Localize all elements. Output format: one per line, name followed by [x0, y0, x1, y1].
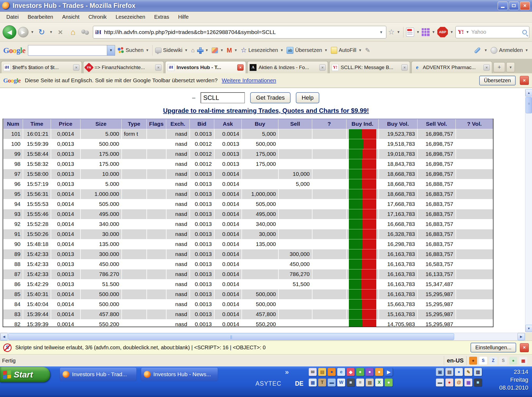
orange-app-icon[interactable]: ●	[375, 368, 383, 376]
tab-close-icon[interactable]: ×	[237, 64, 244, 71]
upgrade-link[interactable]: Upgrade to real-time streaming Trades, Q…	[0, 107, 532, 114]
google-suchen-button[interactable]: Suchen▼	[118, 47, 150, 54]
menu-bearbeiten[interactable]: Bearbeiten	[24, 13, 57, 21]
url-bar[interactable]: iH http://ih.advfn.com/p.php?pid=trades&…	[93, 26, 387, 38]
search-tray-icon[interactable]: ●	[455, 368, 463, 376]
camera-icon[interactable]: ●	[366, 368, 374, 376]
word-icon[interactable]: W	[337, 379, 345, 386]
menu-datei[interactable]: Datei	[3, 13, 22, 21]
taskbar-chevron-icon[interactable]: »	[285, 368, 289, 376]
gmail-button[interactable]: M▼	[227, 47, 238, 54]
minimize-button[interactable]	[498, 2, 508, 10]
play-icon[interactable]: ▶	[385, 368, 393, 376]
mixer-icon[interactable]: ▥	[366, 379, 374, 386]
tray-monitor-icon[interactable]: ■	[474, 379, 482, 386]
pagerank-icon[interactable]: ⌂	[191, 47, 194, 54]
reload-button[interactable]: ↻	[36, 27, 47, 37]
scrapbook-icon[interactable]	[406, 28, 414, 37]
menu-chronik[interactable]: Chronik	[85, 13, 110, 21]
reload-dropdown-icon[interactable]: ▼	[49, 30, 53, 34]
abp-dropdown-icon[interactable]: ▼	[449, 30, 454, 34]
taskbar-button-news[interactable]: Investors Hub - News...	[141, 367, 218, 381]
tab-close-icon[interactable]: ×	[401, 64, 408, 71]
tab-aktien-indizes[interactable]: A Aktien & Indizes - Fo... ×	[247, 61, 328, 73]
extension-grid-icon[interactable]	[422, 28, 430, 36]
help-button[interactable]: Help	[296, 92, 319, 103]
restore-button[interactable]	[509, 2, 519, 10]
translate-page-button[interactable]: Übersetzen	[479, 76, 516, 85]
media-icon[interactable]: ◆	[347, 368, 355, 376]
noscript-close-icon[interactable]: ×	[520, 343, 529, 352]
locale-indicator[interactable]: en-US	[444, 356, 466, 365]
yahoo-search-placeholder[interactable]: Yahoo	[471, 29, 521, 35]
url-dropdown-icon[interactable]: ▼	[378, 30, 384, 34]
devices-icon[interactable]: ▤	[445, 368, 453, 376]
tab-scll-message-board[interactable]: Y! SCLL.PK: Message B... ×	[329, 61, 410, 73]
tab-list-dropdown-icon[interactable]: ▼	[506, 62, 515, 72]
noscript-status-icon[interactable]: S	[479, 357, 487, 365]
photos-button[interactable]: ▼	[212, 47, 224, 53]
get-trades-button[interactable]: Get Trades	[250, 92, 291, 103]
net-icon[interactable]: ▥	[474, 368, 482, 376]
stop-button[interactable]: ×	[55, 28, 66, 37]
noscript-icon[interactable]: S	[3, 343, 12, 352]
sidewiki-status-icon[interactable]: ●	[509, 357, 517, 365]
back-button[interactable]: ◀	[3, 25, 16, 39]
tab-finanznachrichten[interactable]: FN => FinanzNachrichte... ×	[83, 61, 164, 73]
home-button[interactable]: ⌂	[68, 28, 79, 37]
noscript-settings-button[interactable]: Einstellungen...	[471, 343, 516, 352]
google-bookmarks-button[interactable]: ☆ Lesezeichen▼	[241, 46, 284, 54]
tab-close-icon[interactable]: ×	[155, 64, 162, 71]
yahoo-search-box[interactable]: Y! ▼ Yahoo	[455, 26, 529, 38]
google-signin-button[interactable]: Anmelden▼	[491, 47, 529, 54]
grid-dropdown-icon[interactable]: ▼	[431, 30, 436, 34]
excel-icon[interactable]: X	[375, 379, 383, 386]
search-icon[interactable]	[522, 30, 527, 35]
horizontal-scroll-thumb[interactable]	[8, 333, 454, 340]
grid-app-icon[interactable]: ▦	[309, 379, 317, 386]
new-tab-button[interactable]: +	[493, 62, 505, 72]
tab-close-icon[interactable]: ×	[319, 64, 326, 71]
more-info-link[interactable]: Weitere Informationen	[222, 77, 276, 84]
lock-icon[interactable]: ●	[385, 379, 393, 386]
blocked-content-icon[interactable]: S	[499, 357, 507, 365]
scroll-up-icon[interactable]: ▲	[525, 89, 532, 96]
sidewiki-button[interactable]: Sidewiki▼	[155, 47, 188, 53]
menu-lesezeichen[interactable]: Lesezeichen	[112, 13, 149, 21]
pen-icon[interactable]: ✎	[365, 47, 370, 54]
google-search-input[interactable]	[28, 45, 107, 55]
mail-icon[interactable]: ✉	[309, 368, 317, 376]
keyboard-icon[interactable]: ▬	[436, 379, 444, 386]
at-icon[interactable]: @	[455, 379, 463, 386]
add-gadget-button[interactable]: ▼	[197, 47, 209, 53]
tab-close-icon[interactable]: ×	[73, 64, 79, 71]
tab-sheffs-station[interactable]: iH $heff's $tation of $t... ×	[1, 61, 82, 73]
tab-investors-hub-active[interactable]: iH Investors Hub - T... ×	[165, 61, 246, 73]
close-button[interactable]: ×	[520, 2, 530, 10]
wrench-icon[interactable]	[474, 47, 481, 54]
firefox-status-icon[interactable]: ●	[469, 357, 477, 365]
flashgot-status-icon[interactable]: Z	[489, 357, 497, 365]
start-button[interactable]: Start	[0, 367, 50, 382]
folder-icon[interactable]: ▤	[318, 368, 326, 376]
scroll-down-icon[interactable]: ▼	[525, 325, 532, 332]
screen-icon[interactable]: ▬	[328, 379, 336, 386]
menu-hilfe[interactable]: Hilfe	[174, 13, 192, 21]
firefox-tray-icon[interactable]: ●	[328, 368, 336, 376]
url-text[interactable]: http://ih.advfn.com/p.php?pid=trades&cb=…	[104, 29, 376, 35]
ie-icon[interactable]: e	[337, 368, 345, 376]
language-indicator[interactable]: DE	[295, 380, 303, 387]
keyring-icon[interactable]	[81, 30, 90, 35]
tab-adventrx[interactable]: e ADVENTRX Pharmac... ×	[411, 61, 492, 73]
green-app-icon[interactable]: ●	[356, 368, 364, 376]
scroll-right-icon[interactable]: ▶	[517, 333, 525, 340]
forward-button[interactable]: ▶	[18, 27, 28, 37]
symbol-input[interactable]	[201, 92, 245, 103]
vertical-scrollbar[interactable]: ▲ ▼	[525, 89, 532, 332]
bookmark-star-icon[interactable]: ☆	[388, 28, 395, 36]
red-dot-icon[interactable]: ●	[445, 379, 453, 386]
display-tray-icon[interactable]: ▣	[436, 368, 444, 376]
monitor-icon[interactable]: ■	[347, 379, 355, 386]
autofill-button[interactable]: AutoFill▼	[331, 47, 363, 54]
taskbar-button-trades[interactable]: Investors Hub - Trad...	[60, 367, 137, 381]
